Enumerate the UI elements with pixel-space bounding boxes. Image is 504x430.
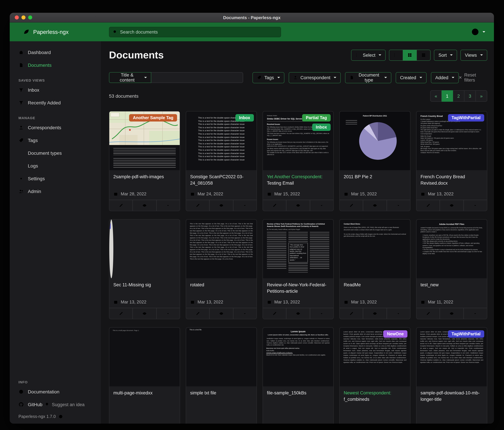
- document-thumbnail[interactable]: Lorem ipsum dolor sit amet, consectetur …: [416, 328, 487, 386]
- created-filter-button[interactable]: Created: [396, 72, 427, 83]
- page-button-1[interactable]: 1: [442, 90, 453, 102]
- document-title[interactable]: 2sample-pdf-with-images: [109, 170, 180, 180]
- document-title[interactable]: French Country Bread Revised.docx: [416, 170, 487, 187]
- edit-button[interactable]: [416, 200, 440, 211]
- document-thumbnail[interactable]: Review of New York Federal Petitions for…: [263, 220, 333, 278]
- view-button[interactable]: [210, 308, 233, 319]
- correspondent-link[interactable]: Newest Correspondent:: [344, 390, 391, 395]
- edit-button[interactable]: [340, 308, 363, 319]
- edit-button[interactable]: [186, 200, 210, 211]
- sidebar-item-documents[interactable]: Documents: [10, 59, 101, 72]
- view-button[interactable]: [210, 200, 233, 211]
- download-button[interactable]: [464, 200, 487, 211]
- edit-button[interactable]: [109, 308, 133, 319]
- reset-filters-button[interactable]: × Reset filters: [459, 73, 487, 83]
- document-thumbnail[interactable]: This is a test file.: [186, 328, 257, 386]
- document-thumbnail[interactable]: Another Sample Tag: [109, 112, 180, 170]
- view-list-button[interactable]: [389, 49, 403, 61]
- sidebar-item-document-types[interactable]: Document types: [10, 147, 101, 159]
- document-title[interactable]: Sec 11-Missing sig: [109, 278, 180, 288]
- download-button[interactable]: [233, 308, 257, 319]
- download-button[interactable]: [156, 200, 180, 211]
- sidebar-item-correspondents[interactable]: Correspondents: [10, 121, 101, 134]
- view-button[interactable]: [363, 308, 387, 319]
- document-title[interactable]: multi-page-mixedxx: [109, 386, 180, 396]
- sidebar-item-logs[interactable]: Logs: [10, 159, 101, 172]
- filter-text-input[interactable]: [151, 72, 243, 83]
- tag-chip[interactable]: NewOne: [383, 330, 407, 338]
- document-thumbnail[interactable]: French Country Bread For the Leaven: 1 h…: [416, 112, 487, 170]
- user-menu-button[interactable]: [471, 28, 485, 36]
- views-button[interactable]: Views: [460, 49, 487, 61]
- select-button[interactable]: Select: [351, 49, 386, 61]
- sidebar-item-inbox[interactable]: Inbox: [10, 84, 101, 96]
- view-button[interactable]: [133, 200, 157, 211]
- download-button[interactable]: [310, 308, 333, 319]
- view-button[interactable]: [133, 308, 157, 319]
- global-search[interactable]: [109, 27, 281, 37]
- document-title[interactable]: file-sample_150kBs: [263, 386, 333, 396]
- document-thumbnail[interactable]: Adobe Acrobat PDF Files Adobe® Portable …: [416, 220, 487, 278]
- view-button[interactable]: [363, 200, 387, 211]
- next-page-button[interactable]: »: [476, 90, 487, 102]
- sort-button[interactable]: Sort: [434, 49, 457, 61]
- download-button[interactable]: [464, 308, 487, 319]
- document-title[interactable]: simple txt file: [186, 386, 257, 396]
- minimize-window-button[interactable]: [21, 15, 26, 19]
- sidebar-item-settings[interactable]: Settings: [10, 172, 101, 185]
- tags-filter-button[interactable]: Tags: [253, 72, 284, 83]
- tag-chip[interactable]: Inbox: [235, 114, 254, 122]
- view-grid-button[interactable]: [403, 49, 417, 61]
- document-thumbnail[interactable]: Contact Sheet Demo Given a set of image …: [340, 220, 410, 278]
- tag-chip[interactable]: TagWithPartial: [448, 114, 484, 122]
- sidebar-item-dashboard[interactable]: Dashboard: [10, 46, 101, 59]
- document-thumbnail[interactable]: Patient BP Distribution 2011: [340, 112, 410, 170]
- document-thumbnail[interactable]: This is the text that appears on the fir…: [186, 220, 257, 278]
- document-title[interactable]: Sonstige ScanPC2022 03-24_081058: [186, 170, 257, 187]
- tag-chip[interactable]: Partial Tag: [302, 114, 331, 122]
- page-button-3[interactable]: 3: [464, 90, 476, 102]
- sidebar-item-github[interactable]: GitHub: [10, 398, 45, 411]
- view-button[interactable]: [287, 200, 310, 211]
- document-title[interactable]: sample-pdf-download-10-mb-longer-title: [416, 386, 487, 403]
- document-title[interactable]: test_new: [416, 278, 487, 288]
- download-button[interactable]: [387, 308, 410, 319]
- sidebar-item-admin[interactable]: Admin: [10, 185, 101, 198]
- tag-chip[interactable]: Another Sample Tag: [129, 114, 177, 122]
- tag-chip[interactable]: TagWithPartial: [109, 222, 111, 230]
- document-thumbnail[interactable]: This is a test for the double space char…: [186, 112, 257, 170]
- document-title[interactable]: Yet Another Correspondent: Testing Email: [263, 170, 333, 187]
- edit-button[interactable]: [109, 200, 133, 211]
- download-button[interactable]: [310, 200, 333, 211]
- download-button[interactable]: [156, 308, 180, 319]
- tag-chip[interactable]: Inbox: [312, 123, 331, 131]
- sidebar-item-documentation[interactable]: Documentation: [10, 385, 101, 398]
- document-title[interactable]: rotated: [186, 278, 257, 288]
- previous-page-button[interactable]: «: [430, 90, 442, 102]
- search-input[interactable]: [120, 29, 277, 34]
- edit-button[interactable]: [263, 308, 287, 319]
- edit-button[interactable]: [416, 308, 440, 319]
- edit-button[interactable]: [340, 200, 363, 211]
- document-title[interactable]: Review-of-New-York-Federal-Petitions-art…: [263, 278, 333, 295]
- document-thumbnail[interactable]: Release Notes Simba ODBC Driver for SQL …: [263, 112, 333, 170]
- document-title[interactable]: ReadMe: [340, 278, 410, 288]
- download-button[interactable]: [233, 200, 257, 211]
- info-circle-icon[interactable]: [58, 414, 63, 419]
- document-thumbnail[interactable]: Lorem ipsum dolor sit amet, consectetur …: [340, 328, 410, 386]
- document-title[interactable]: 2011 BP Pie 2: [340, 170, 410, 180]
- view-button[interactable]: [440, 200, 464, 211]
- document-thumbnail[interactable]: Lorem ipsum Lorem ipsum dolor sit amet, …: [263, 328, 333, 386]
- document-thumbnail[interactable]: 11. CONTINUING MEDICAL EDUCA TagWithPart…: [109, 220, 113, 278]
- document-thumbnail[interactable]: This is a multi page document. Page 1.: [109, 328, 180, 386]
- title-content-dropdown[interactable]: Title & content: [109, 72, 151, 83]
- document-title[interactable]: Newest Correspondent: f_combineds: [340, 386, 410, 403]
- edit-button[interactable]: [186, 308, 210, 319]
- app-brand[interactable]: Paperless-ngx: [10, 28, 101, 36]
- suggest-an-idea-link[interactable]: Suggest an idea: [45, 402, 84, 407]
- sidebar-item-tags[interactable]: Tags: [10, 134, 101, 147]
- added-filter-button[interactable]: Added: [431, 72, 459, 83]
- view-detail-button[interactable]: [417, 49, 431, 61]
- page-button-2[interactable]: 2: [453, 90, 464, 102]
- close-window-button[interactable]: [15, 15, 19, 19]
